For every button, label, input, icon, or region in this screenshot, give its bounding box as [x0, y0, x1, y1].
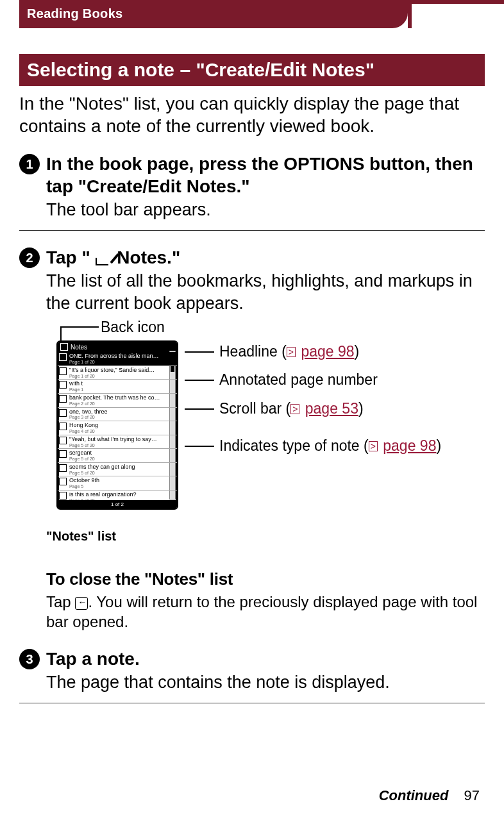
chapter-tab: Reading Books [19, 0, 408, 28]
callout-scrollbar: Scroll bar (> page 53) [185, 400, 441, 418]
page-ref-icon: > [369, 441, 378, 451]
step-desc: The tool bar appears. [46, 199, 485, 221]
callout-leader [185, 408, 214, 410]
back-icon [75, 597, 88, 610]
note-type-icon [59, 437, 67, 444]
note-type-icon [59, 464, 67, 472]
section-title: Selecting a note – "Create/Edit Notes" [19, 54, 485, 86]
step-title-post: Notes." [117, 247, 180, 267]
close-notes-text: Tap . You will return to the preciously … [46, 592, 485, 632]
callout-text: Headline ( [219, 343, 287, 360]
intro-paragraph: In the "Notes" list, you can quickly dis… [19, 92, 485, 137]
list-item: with tPage 1 [58, 380, 177, 394]
list-item: sergeantPage 5 of 20 [58, 449, 177, 463]
step-number-badge: 1 [19, 154, 40, 174]
step-3: 3 Tap a note. The page that contains the… [19, 648, 485, 703]
back-icon-label: Back icon [101, 319, 165, 336]
callout-annotated: Annotated page number [185, 371, 441, 389]
callout-text-post: ) [358, 400, 364, 417]
page-link[interactable]: page 98 [383, 437, 436, 454]
step-desc: The list of all the bookmarks, highlight… [46, 270, 485, 315]
callout-leader [185, 380, 214, 381]
step-2: 2 Tap " Notes." The list of all the book… [19, 246, 485, 632]
figure-caption: "Notes" list [46, 529, 485, 544]
device-mockup: Notes ONE. From across the aisle man…Pag… [56, 340, 178, 510]
callout-text: Annotated page number [219, 371, 378, 389]
chapter-title: Reading Books [19, 0, 408, 21]
list-item: bank pocket. The truth was he co…Page 2 … [58, 394, 177, 408]
callout-text-post: ) [436, 437, 441, 454]
step-desc: The page that contains the note is displ… [46, 671, 485, 694]
continued-label: Continued [379, 787, 449, 803]
callout-text: Indicates type of note ( [219, 437, 369, 454]
page-link[interactable]: page 53 [305, 400, 358, 417]
step-title: Tap " Notes." [46, 246, 485, 269]
step-number-badge: 2 [19, 247, 40, 268]
list-item: "Yeah, but what I'm trying to say…Page 5… [58, 435, 177, 449]
note-type-icon [59, 409, 67, 417]
note-type-icon [59, 367, 67, 375]
page-link[interactable]: page 98 [301, 343, 354, 360]
list-item: ONE. From across the aisle man…Page 1 of… [58, 352, 177, 366]
close-text-pre: Tap [46, 593, 75, 610]
page-ref-icon: > [287, 347, 296, 357]
note-type-icon [59, 381, 67, 389]
back-icon [60, 343, 68, 351]
note-type-icon [59, 492, 67, 499]
callout-text-post: ) [355, 343, 360, 360]
page-number: 97 [464, 787, 480, 803]
header-accent-bar [408, 0, 504, 4]
device-list: ONE. From across the aisle man…Page 1 of… [58, 352, 177, 510]
step-number-badge: 3 [19, 649, 40, 669]
close-notes-heading: To close the "Notes" list [46, 569, 485, 589]
callout-note-type: Indicates type of note (> page 98) [185, 437, 441, 455]
close-text-post: . You will return to the preciously disp… [46, 593, 477, 630]
list-item: Hong KongPage 4 of 20 [58, 421, 177, 435]
pen-note-icon [96, 251, 112, 265]
device-footer: 1 of 2 [58, 500, 177, 508]
page-footer: Continued 97 [379, 787, 480, 804]
list-item: "It's a liquor store," Sandie said…Page … [58, 366, 177, 380]
callout-leader-back [60, 326, 99, 340]
note-type-icon [59, 395, 67, 403]
notes-list-figure: Back icon Notes ONE. From across the ais… [46, 324, 485, 529]
page-ref-icon: > [290, 404, 299, 414]
list-item: seems they can get alongPage 5 of 20 [58, 463, 177, 477]
callout-headline: Headline (> page 98) [185, 343, 441, 361]
device-title: Notes [71, 344, 87, 351]
callout-leader [185, 351, 214, 353]
note-type-icon [59, 353, 67, 361]
callout-leader [185, 446, 214, 447]
note-type-icon [59, 450, 67, 458]
figure-callouts: Headline (> page 98) Annotated page numb… [185, 343, 441, 465]
note-type-icon [59, 423, 67, 430]
step-1: 1 In the book page, press the OPTIONS bu… [19, 153, 485, 231]
list-item: October 9thPage 5 [58, 476, 177, 491]
note-type-icon [59, 478, 67, 485]
list-item: one, two, threePage 3 of 20 [58, 408, 177, 422]
device-titlebar: Notes [58, 342, 177, 352]
step-title: In the book page, press the OPTIONS butt… [46, 153, 485, 197]
step-title-pre: Tap " [46, 247, 90, 267]
callout-text: Scroll bar ( [219, 400, 290, 417]
step-title: Tap a note. [46, 648, 485, 670]
